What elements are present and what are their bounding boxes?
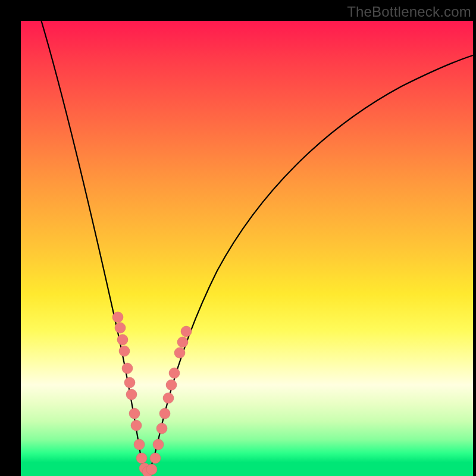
marker-dot [115,322,126,333]
marker-dot [134,439,145,450]
marker-dot [126,389,137,400]
marker-dot [153,439,164,450]
marker-dot [181,326,192,337]
marker-dot [117,334,128,345]
chart-frame: TheBottleneck.com [0,0,476,476]
marker-dot [136,453,147,464]
curve-layer [21,21,473,476]
marker-dot [150,453,161,464]
marker-group [112,312,192,476]
watermark-text: TheBottleneck.com [347,4,471,20]
marker-dot [129,408,140,419]
marker-dot [177,337,188,347]
marker-dot [119,346,130,356]
marker-dot [163,393,174,403]
marker-dot [159,408,170,419]
marker-dot [124,377,135,388]
marker-dot [156,423,167,434]
marker-dot [122,363,133,374]
marker-dot [112,312,123,322]
marker-dot [166,380,177,390]
marker-dot [174,347,185,358]
marker-dot [169,368,180,378]
marker-dot [146,464,157,475]
marker-dot [131,420,142,431]
bottleneck-curve [40,18,476,473]
